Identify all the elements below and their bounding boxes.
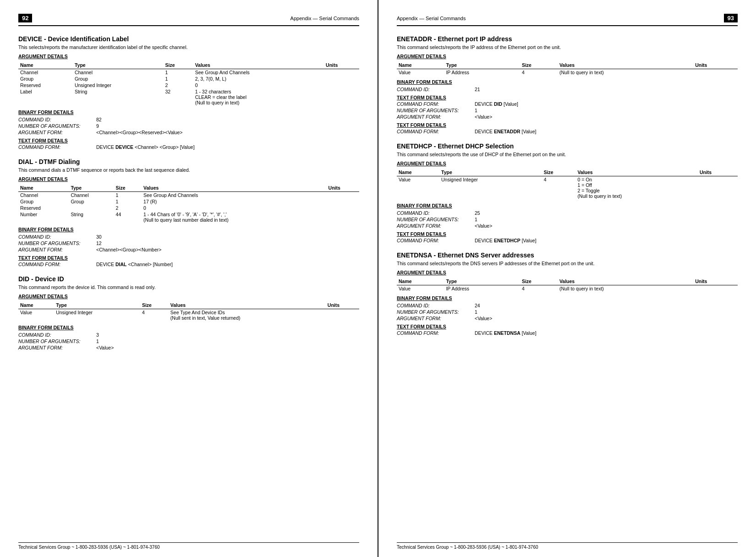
col-values: Values	[558, 277, 693, 285]
col-name: Name	[18, 61, 73, 69]
did-title: DID - Device ID	[18, 275, 359, 283]
enetaddr-binary-label: BINARY FORM DETAILS	[397, 79, 738, 85]
enetdhcp-binary-block: BINARY FORM DETAILS COMMAND ID: 25 NUMBE…	[397, 203, 738, 229]
enetdnsa-desc: This command selects/reports the DNS ser…	[397, 261, 738, 266]
enetdnsa-arg-details-label: ARGUMENT DETAILS	[397, 270, 738, 275]
dial-text-form-label: TEXT FORM DETAILS	[18, 255, 359, 261]
col-type: Type	[69, 184, 114, 192]
table-row: Label String 32 1 - 32 charactersCLEAR =…	[18, 88, 359, 106]
enetaddr-arg-table: Name Type Size Values Units Value IP Add…	[397, 61, 738, 76]
binary-row: NUMBER OF ARGUMENTS: 9	[18, 123, 359, 129]
did-binary-block: BINARY FORM DETAILS COMMAND ID: 3 NUMBER…	[18, 325, 359, 350]
col-type: Type	[54, 301, 140, 309]
enetdhcp-title: ENETDHCP - Ethernet DHCP Selection	[397, 142, 738, 150]
device-binary-label: BINARY FORM DETAILS	[18, 109, 359, 115]
table-row: Group Group 1 17 (R)	[18, 198, 359, 205]
left-page: 92 Appendix — Serial Commands DEVICE - D…	[0, 0, 378, 557]
did-desc: This command reports the device id. This…	[18, 284, 359, 290]
col-name: Name	[18, 184, 69, 192]
binary-row: ARGUMENT FORM: <Channel><Group><Number>	[18, 247, 359, 252]
table-row: Value Unsigned Integer 4 See Type And De…	[18, 309, 359, 322]
enetdnsa-text-form-label: TEXT FORM DETAILS	[397, 324, 738, 329]
did-arg-table: Name Type Size Values Units Value Unsign…	[18, 301, 359, 321]
binary-row: COMMAND ID: 30	[18, 234, 359, 240]
col-values: Values	[193, 61, 324, 69]
binary-row: COMMAND ID: 25	[397, 210, 738, 216]
right-page-header: Appendix — Serial Commands 93	[397, 14, 738, 26]
enetdhcp-section: ENETDHCP - Ethernet DHCP Selection This …	[397, 142, 738, 243]
col-values: Values	[575, 168, 698, 176]
text-form-row: COMMAND FORM: DEVICE DEVICE <Channel> <G…	[18, 144, 359, 150]
enetdnsa-binary-label: BINARY FORM DETAILS	[397, 295, 738, 301]
enetdnsa-binary-block: BINARY FORM DETAILS COMMAND ID: 24 NUMBE…	[397, 295, 738, 321]
enetdhcp-arg-table: Name Type Size Values Units Value Unsign…	[397, 168, 738, 199]
enetaddr-arg-details-label: ARGUMENT DETAILS	[397, 54, 738, 59]
col-size: Size	[542, 168, 576, 176]
enetaddr-title: ENETADDR - Ethernet port IP address	[397, 35, 738, 43]
binary-row: ARGUMENT FORM: <Value>	[397, 316, 738, 321]
device-text-form-label: TEXT FORM DETAILS	[18, 138, 359, 143]
table-row: Reserved 2 0	[18, 205, 359, 211]
table-row: Value Unsigned Integer 4 0 = On1 = Off2 …	[397, 176, 738, 200]
right-page-title: Appendix — Serial Commands	[397, 16, 466, 21]
enetdnsa-title: ENETDNSA - Ethernet DNS Server addresses	[397, 251, 738, 259]
table-row: Channel Channel 1 See Group And Channels	[18, 69, 359, 76]
col-type: Type	[444, 61, 520, 69]
enetaddr-text-form-label: TEXT FORM DETAILS	[397, 122, 738, 128]
col-type: Type	[439, 168, 542, 176]
table-row: Reserved Unsigned Integer 2 0	[18, 82, 359, 88]
binary-row: NUMBER OF ARGUMENTS: 1	[397, 108, 738, 113]
dial-binary-block: BINARY FORM DETAILS COMMAND ID: 30 NUMBE…	[18, 227, 359, 252]
binary-row: COMMAND ID: 82	[18, 117, 359, 122]
binary-row: COMMAND ID: 3	[18, 332, 359, 338]
table-row: Value IP Address 4 (Null to query in tex…	[397, 69, 738, 76]
text-form-row: COMMAND FORM: DEVICE ENETDNSA [Value]	[397, 330, 738, 336]
device-title: DEVICE - Device Identification Label	[18, 35, 359, 43]
dial-arg-details-label: ARGUMENT DETAILS	[18, 176, 359, 182]
enetdhcp-text-form-label: TEXT FORM DETAILS	[397, 231, 738, 237]
col-units: Units	[327, 184, 359, 192]
right-page-number: 93	[724, 14, 738, 22]
device-binary-block: BINARY FORM DETAILS COMMAND ID: 82 NUMBE…	[18, 109, 359, 135]
col-name: Name	[18, 301, 54, 309]
enetaddr-text-form-inline: TEXT FORM DETAILS	[397, 95, 738, 100]
col-units: Units	[698, 168, 738, 176]
dial-binary-label: BINARY FORM DETAILS	[18, 227, 359, 232]
device-arg-table: Name Type Size Values Units Channel Chan…	[18, 61, 359, 106]
binary-row: COMMAND ID: 24	[397, 303, 738, 308]
enetdhcp-binary-label: BINARY FORM DETAILS	[397, 203, 738, 208]
enetdhcp-arg-details-label: ARGUMENT DETAILS	[397, 161, 738, 166]
col-name: Name	[397, 277, 444, 285]
right-page: Appendix — Serial Commands 93 ENETADDR -…	[378, 0, 756, 557]
col-values: Values	[169, 301, 326, 309]
dial-title: DIAL - DTMF Dialing	[18, 158, 359, 165]
device-arg-details-label: ARGUMENT DETAILS	[18, 54, 359, 59]
text-form-row: COMMAND FORM: DEVICE ENETDHCP [Value]	[397, 238, 738, 243]
col-name: Name	[397, 61, 444, 69]
col-units: Units	[693, 61, 738, 69]
enetaddr-binary-block: BINARY FORM DETAILS COMMAND ID: 21 TEXT …	[397, 79, 738, 120]
table-row: Channel Channel 1 See Group And Channels	[18, 192, 359, 199]
did-binary-label: BINARY FORM DETAILS	[18, 325, 359, 330]
binary-row: NUMBER OF ARGUMENTS: 1	[397, 309, 738, 315]
dial-desc: This command dials a DTMF sequence or re…	[18, 167, 359, 173]
page-container: 92 Appendix — Serial Commands DEVICE - D…	[0, 0, 756, 557]
col-size: Size	[520, 61, 558, 69]
binary-row: ARGUMENT FORM: <Value>	[18, 345, 359, 350]
did-arg-details-label: ARGUMENT DETAILS	[18, 294, 359, 299]
binary-row: NUMBER OF ARGUMENTS: 1	[397, 217, 738, 222]
enetaddr-desc: This command selects/reports the IP addr…	[397, 44, 738, 50]
col-size: Size	[163, 61, 193, 69]
dial-arg-table: Name Type Size Values Units Channel Chan…	[18, 184, 359, 223]
binary-row: NUMBER OF ARGUMENTS: 1	[18, 339, 359, 344]
col-type: Type	[73, 61, 164, 69]
table-row: Group Group 1 2, 3, 7(0, M, L)	[18, 76, 359, 82]
enetdnsa-section: ENETDNSA - Ethernet DNS Server addresses…	[397, 251, 738, 336]
binary-row: COMMAND ID: 21	[397, 87, 738, 92]
enetdnsa-arg-table: Name Type Size Values Units Value IP Add…	[397, 277, 738, 292]
binary-row: ARGUMENT FORM: <Value>	[397, 223, 738, 229]
enetdhcp-desc: This command selects/reports the use of …	[397, 152, 738, 157]
left-page-header: 92 Appendix — Serial Commands	[18, 14, 359, 26]
enetaddr-section: ENETADDR - Ethernet port IP address This…	[397, 35, 738, 134]
col-units: Units	[693, 277, 738, 285]
